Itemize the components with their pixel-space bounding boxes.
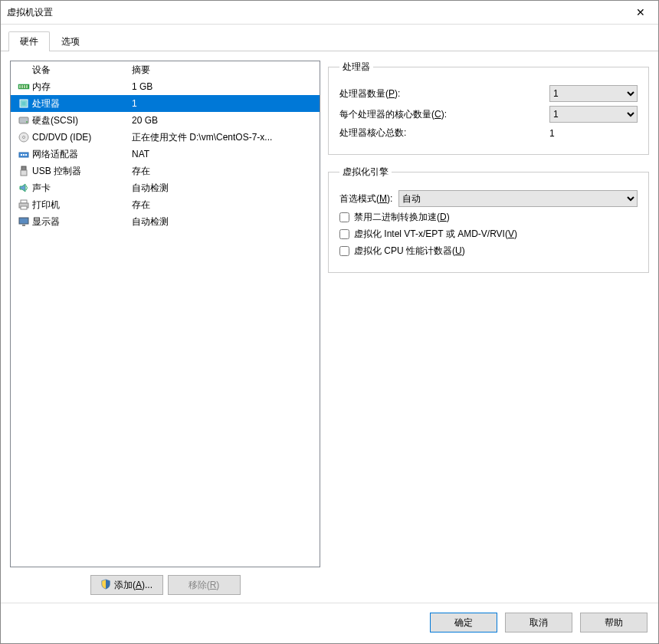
remove-button-label: 移除(R) [189, 579, 220, 592]
device-name: 声卡 [32, 182, 132, 195]
total-cores-value: 1 [549, 128, 638, 139]
device-list-header: 设备 摘要 [11, 61, 320, 78]
sound-icon [15, 182, 32, 194]
device-name: 内存 [32, 80, 132, 94]
cores-per-proc-select[interactable]: 1 [549, 106, 638, 123]
svg-rect-17 [21, 200, 27, 203]
display-icon [15, 215, 32, 228]
preferred-mode-select[interactable]: 自动 [398, 190, 638, 207]
device-summary: 20 GB [132, 115, 315, 126]
device-row-disk[interactable]: 硬盘(SCSI)20 GB [11, 112, 320, 129]
svg-point-10 [23, 136, 25, 139]
device-name: 硬盘(SCSI) [32, 114, 132, 127]
memory-icon [15, 80, 32, 93]
cd-icon [15, 131, 32, 143]
vt-checkbox[interactable] [339, 229, 349, 239]
cpu-icon [15, 97, 32, 110]
virt-engine-group: 虚拟化引擎 首选模式(M): 自动 禁用二进制转换加速(D) 虚拟化 Intel… [328, 166, 649, 273]
device-summary: NAT [132, 149, 315, 159]
device-row-display[interactable]: 显示器自动检测 [11, 213, 320, 230]
svg-rect-20 [19, 218, 28, 224]
processor-legend: 处理器 [339, 61, 373, 74]
tab-options[interactable]: 选项 [50, 31, 91, 51]
svg-point-8 [26, 121, 28, 123]
device-summary: 自动检测 [132, 215, 315, 228]
device-name: 网络适配器 [32, 148, 132, 161]
svg-rect-21 [22, 225, 25, 226]
usb-icon [15, 165, 32, 177]
device-summary: 存在 [132, 199, 315, 212]
perf-counters-checkbox[interactable] [339, 246, 349, 256]
svg-rect-12 [21, 154, 22, 156]
cancel-button[interactable]: 取消 [505, 613, 572, 632]
col-summary: 摘要 [132, 61, 315, 79]
device-summary: 存在 [132, 165, 315, 178]
num-processors-select[interactable]: 1 [549, 85, 638, 102]
add-button[interactable]: 添加(A)... [90, 575, 163, 595]
col-device: 设备 [32, 61, 132, 79]
tab-hardware[interactable]: 硬件 [8, 31, 50, 51]
device-row-printer[interactable]: 打印机存在 [11, 196, 320, 213]
svg-rect-16 [21, 170, 27, 176]
svg-rect-14 [25, 154, 27, 156]
device-row-network[interactable]: 网络适配器NAT [11, 146, 320, 163]
device-name: CD/DVD (IDE) [32, 132, 132, 143]
add-button-label: 添加(A)... [114, 579, 152, 592]
ok-button[interactable]: 确定 [430, 613, 497, 632]
device-summary: 1 GB [132, 81, 315, 92]
svg-rect-1 [19, 85, 21, 88]
device-name: 处理器 [32, 97, 132, 110]
device-summary: 正在使用文件 D:\vm\CentOS-7-x... [132, 131, 315, 144]
tabs: 硬件 选项 [1, 25, 658, 51]
device-row-sound[interactable]: 声卡自动检测 [11, 179, 320, 196]
num-processors-label: 处理器数量(P): [339, 87, 543, 100]
titlebar: 虚拟机设置 ✕ [1, 1, 658, 25]
window-title: 虚拟机设置 [7, 6, 623, 19]
device-row-cd[interactable]: CD/DVD (IDE)正在使用文件 D:\vm\CentOS-7-x... [11, 129, 320, 146]
remove-button[interactable]: 移除(R) [168, 575, 241, 595]
perf-counters-label: 虚拟化 CPU 性能计数器(U) [354, 245, 465, 258]
close-button[interactable]: ✕ [623, 1, 658, 25]
device-row-usb[interactable]: USB 控制器存在 [11, 163, 320, 179]
svg-rect-13 [23, 154, 25, 156]
disk-icon [15, 114, 32, 127]
virt-engine-legend: 虚拟化引擎 [339, 166, 392, 179]
device-row-memory[interactable]: 内存1 GB [11, 78, 320, 95]
device-row-cpu[interactable]: 处理器1 [11, 95, 320, 112]
disable-binary-label: 禁用二进制转换加速(D) [354, 211, 450, 224]
device-summary: 自动检测 [132, 182, 315, 195]
device-summary: 1 [132, 98, 315, 109]
svg-rect-2 [21, 85, 23, 88]
network-icon [15, 148, 32, 160]
shield-icon [100, 579, 111, 592]
device-name: USB 控制器 [32, 165, 132, 178]
svg-rect-15 [21, 166, 26, 170]
total-cores-label: 处理器核心总数: [339, 127, 543, 140]
cores-per-proc-label: 每个处理器的核心数量(C): [339, 108, 543, 121]
disable-binary-checkbox[interactable] [339, 212, 349, 222]
svg-rect-6 [21, 101, 26, 106]
printer-icon [15, 199, 32, 211]
device-name: 打印机 [32, 199, 132, 212]
preferred-mode-label: 首选模式(M): [339, 192, 392, 205]
svg-rect-3 [24, 85, 25, 88]
svg-rect-19 [21, 206, 27, 209]
vt-label: 虚拟化 Intel VT-x/EPT 或 AMD-V/RVI(V) [354, 228, 517, 241]
device-list[interactable]: 设备 摘要 内存1 GB处理器1硬盘(SCSI)20 GBCD/DVD (IDE… [10, 61, 320, 567]
bottom-bar: 确定 取消 帮助 [1, 603, 658, 643]
help-button[interactable]: 帮助 [580, 613, 648, 632]
svg-rect-4 [26, 85, 28, 88]
processor-group: 处理器 处理器数量(P): 1 每个处理器的核心数量(C): 1 处理器核心总数… [328, 61, 649, 155]
device-name: 显示器 [32, 215, 132, 228]
